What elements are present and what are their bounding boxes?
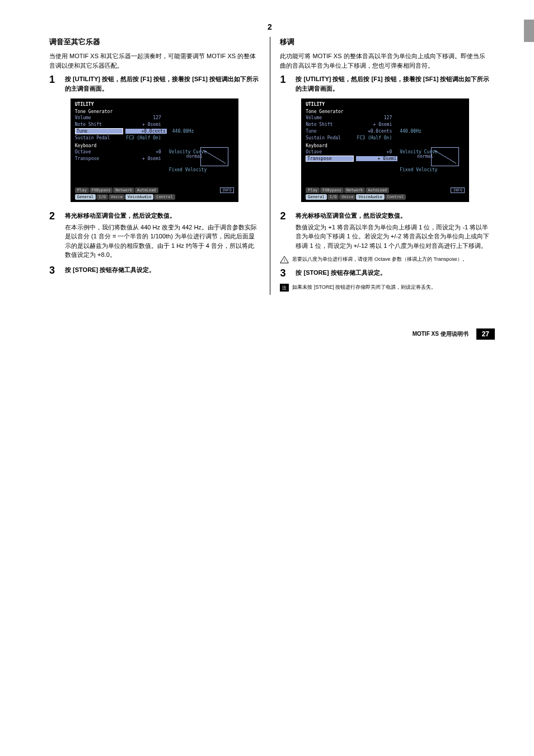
step-number: 3 — [49, 265, 65, 275]
left-step1-head: 按 [UTILITY] 按钮，然后按 [F1] 按钮，接着按 [SF1] 按钮调… — [65, 74, 260, 93]
right-heading: 移调 — [280, 37, 490, 47]
note-text: 如果未按 [STORE] 按钮进行存储即关闭了电源，则设定将丢失。 — [292, 284, 436, 292]
left-step-2: 2 将光标移动至调音位置，然后设定数值。 在本示例中，我们将数值从 440 Hz… — [49, 211, 260, 260]
right-column: 移调 此功能可将 MOTIF XS 的整体音高以半音为单位向上或向下移调。即使当… — [275, 37, 495, 295]
right-intro: 此功能可将 MOTIF XS 的整体音高以半音为单位向上或向下移调。即使当乐曲的… — [280, 51, 490, 70]
left-step3-head: 按 [STORE] 按钮存储工具设定。 — [65, 265, 260, 275]
left-heading: 调音至其它乐器 — [49, 37, 260, 47]
caution-block: ! 若要以八度为单位进行移调，请使用 Octave 参数（移调上方的 Trans… — [280, 256, 490, 264]
right-step3-head: 按 [STORE] 按钮存储工具设定。 — [296, 268, 490, 278]
velocity-curve-graph — [431, 147, 459, 166]
left-column: 调音至其它乐器 当使用 MOTIF XS 和其它乐器一起演奏时，可能需要调节 M… — [45, 37, 264, 295]
lcd-screenshot-right: UTILITY Tone Generator Volume127 Note Sh… — [301, 98, 469, 202]
step-number: 3 — [280, 268, 296, 278]
left-intro: 当使用 MOTIF XS 和其它乐器一起演奏时，可能需要调节 MOTIF XS … — [49, 51, 260, 70]
step-number: 1 — [280, 74, 296, 93]
right-step-1: 1 按 [UTILITY] 按钮，然后按 [F1] 按钮，接着按 [SF1] 按… — [280, 74, 490, 93]
note-block: 注 如果未按 [STORE] 按钮进行存储即关闭了电源，则设定将丢失。 — [280, 284, 490, 292]
warning-icon: ! — [280, 256, 289, 264]
note-icon: 注 — [280, 284, 289, 292]
right-step-2: 2 将光标移动至调音位置，然后设定数值。 数值设定为 +1 将音高以半音为单位向… — [280, 211, 490, 250]
page-footer: MOTIF XS 使用说明书 27 — [45, 328, 495, 340]
left-step-3: 3 按 [STORE] 按钮存储工具设定。 — [49, 265, 260, 275]
footer-title: MOTIF XS 使用说明书 — [413, 330, 469, 338]
step-number: 2 — [280, 211, 296, 250]
lcd-screenshot-left: UTILITY Tone Generator Volume127 Note Sh… — [71, 98, 238, 202]
lcd-title: UTILITY — [75, 102, 234, 107]
section-number: 2 — [45, 22, 495, 31]
step-number: 2 — [49, 211, 65, 260]
left-step2-para: 在本示例中，我们将数值从 440 Hz 改变为 442 Hz。由于调音参数实际是… — [65, 223, 260, 260]
left-step-1: 1 按 [UTILITY] 按钮，然后按 [F1] 按钮，接着按 [SF1] 按… — [49, 74, 260, 93]
column-divider — [270, 37, 270, 295]
svg-text:!: ! — [284, 258, 285, 263]
right-step-3: 3 按 [STORE] 按钮存储工具设定。 — [280, 268, 490, 278]
right-step2-para: 数值设定为 +1 将音高以半音为单位向上移调 1 位，而设定为 -1 将以半音为… — [296, 223, 490, 251]
velocity-curve-graph — [200, 147, 228, 166]
right-step2-head: 将光标移动至调音位置，然后设定数值。 — [296, 211, 490, 220]
side-tab — [524, 20, 534, 42]
page-number: 27 — [476, 328, 495, 340]
caution-text: 若要以八度为单位进行移调，请使用 Octave 参数（移调上方的 Transpo… — [292, 256, 467, 264]
lcd-section: Tone Generator — [75, 109, 234, 114]
left-step2-head: 将光标移动至调音位置，然后设定数值。 — [65, 211, 260, 220]
right-step1-head: 按 [UTILITY] 按钮，然后按 [F1] 按钮，接着按 [SF1] 按钮调… — [296, 74, 490, 93]
lcd-title: UTILITY — [306, 102, 465, 107]
step-number: 1 — [49, 74, 65, 93]
